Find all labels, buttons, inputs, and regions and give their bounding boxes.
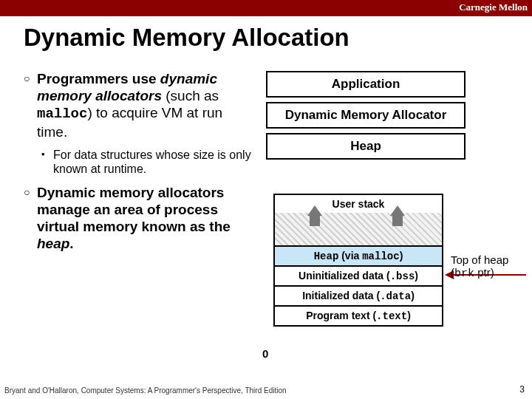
org-label: Carnegie Mellon [459,1,528,13]
box-application: Application [266,71,466,98]
body-text: Programmers use dynamic memory allocator… [37,70,251,259]
text-code: .data [380,290,411,302]
text: Uninitialized data ( [299,270,390,282]
zero-label: 0 [262,347,268,360]
text-code: brk [454,267,474,280]
header-bar: Carnegie Mellon [0,0,532,16]
text-code: .text [376,310,407,322]
text-em: heap [37,236,69,251]
box-allocator: Dynamic Memory Allocator [266,102,466,129]
footer-citation: Bryant and O'Hallaron, Computer Systems:… [4,386,287,395]
text: ) [415,270,418,282]
text-code: malloc [37,106,87,122]
box-heap: Heap [266,133,466,160]
memory-diagram: User stack Heap (via malloc) Uninitializ… [273,194,443,327]
text: ) [400,250,403,262]
text: (such as [162,88,219,103]
arrow-up-icon [307,205,322,216]
arrow-up-icon [390,205,405,216]
seg-gap [273,213,443,245]
text: ) [407,310,411,321]
arrow-stem [310,216,320,226]
text: ptr) [474,266,494,279]
brk-label: Top of heap (brk ptr) [451,253,508,281]
seg-bss: Uninitialized data (.bss) [273,265,443,285]
layer-boxes: Application Dynamic Memory Allocator Hea… [266,71,466,164]
text: Dynamic memory allocators manage an area… [37,185,231,234]
bullet-1: Programmers use dynamic memory allocator… [37,70,251,140]
text: Program text ( [306,310,376,321]
text: Programmers use [37,71,160,86]
seg-heap: Heap (via malloc) [273,245,443,265]
text-code: .bss [390,270,415,282]
text-code: malloc [362,250,399,262]
seg-data: Initialized data (.data) [273,285,443,305]
page-title: Dynamic Memory Allocation [24,24,349,52]
text: Initialized data ( [302,290,380,301]
text: Top of heap [451,253,508,266]
seg-text: Program text (.text) [273,305,443,327]
bullet-1a: For data structures whose size is only k… [53,148,251,177]
text: ) [411,290,415,301]
slide: Carnegie Mellon Dynamic Memory Allocatio… [0,0,532,399]
page-number: 3 [519,384,525,395]
text: (via [338,250,362,262]
arrow-stem [392,216,403,226]
seg-stack: User stack [273,194,443,213]
text: Heap [314,250,339,262]
bullet-2: Dynamic memory allocators manage an area… [37,184,251,253]
text: . [69,236,73,251]
